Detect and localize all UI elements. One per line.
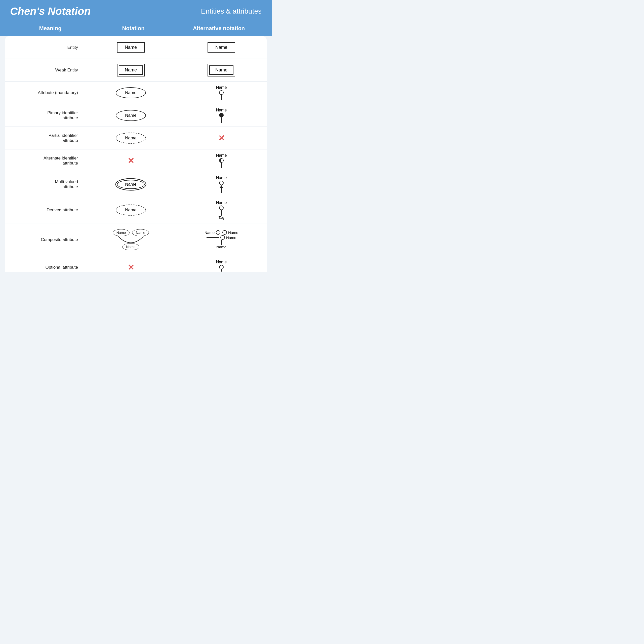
notation-weak-entity: Name bbox=[86, 60, 176, 80]
x-mark-icon: ✕ bbox=[128, 263, 134, 272]
composite-tree: Name Name Name Name bbox=[205, 230, 238, 249]
notation-primary-id: Name bbox=[86, 106, 176, 125]
arrow-up-icon bbox=[220, 185, 223, 193]
alt-partial-id: ✕ bbox=[176, 130, 267, 146]
filled-circle-icon bbox=[219, 113, 224, 117]
alt-composite: Name Name Name Name bbox=[176, 227, 267, 253]
composite-tree-mid-row: Name bbox=[207, 235, 236, 240]
open-circle-icon bbox=[219, 90, 224, 95]
meaning-alt-id: Alternate identifierattribute bbox=[5, 152, 86, 169]
vert-line-icon bbox=[221, 188, 222, 193]
page-subtitle: Entities & attributes bbox=[201, 7, 262, 15]
alt-filled-circle: Name bbox=[216, 108, 227, 123]
table-row: Optional attribute ✕ Name bbox=[5, 256, 267, 272]
weak-entity-inner-box: Name bbox=[119, 65, 143, 75]
primary-id-ellipse: Name bbox=[116, 110, 146, 121]
notation-partial-id: Name bbox=[86, 129, 176, 147]
col-header-alternative: Alternative notation bbox=[176, 25, 262, 32]
alt-dashed-line-circle: Name bbox=[216, 260, 227, 272]
partial-id-ellipse: Name bbox=[116, 133, 146, 144]
meaning-optional: Optional attribute bbox=[5, 261, 86, 272]
table-row: Partial identifierattribute Name ✕ bbox=[5, 127, 267, 149]
alt-derived: Name Tag bbox=[176, 197, 267, 223]
weak-entity-outer-box: Name bbox=[117, 64, 145, 76]
alt-optional: Name bbox=[176, 256, 267, 272]
page-title: Chen's Notation bbox=[10, 5, 91, 17]
x-mark-icon: ✕ bbox=[128, 156, 134, 166]
notation-derived: Name bbox=[86, 201, 176, 219]
col-header-notation: Notation bbox=[91, 25, 176, 32]
meaning-partial-id: Partial identifierattribute bbox=[5, 130, 86, 147]
notation-alt-id: ✕ bbox=[86, 152, 176, 169]
notation-composite: Name Name Name bbox=[86, 226, 176, 254]
alt-entity-box: Name bbox=[208, 42, 235, 53]
alt-alt-id: Name bbox=[176, 150, 267, 172]
composite-ellipse-3: Name bbox=[122, 243, 139, 250]
page-header: Chen's Notation Entities & attributes bbox=[0, 0, 272, 23]
alt-entity: Name bbox=[176, 39, 267, 56]
table-row: Pimary identifierattribute Name Name bbox=[5, 104, 267, 127]
vert-line-icon bbox=[221, 163, 222, 168]
horiz-line-icon bbox=[207, 237, 219, 238]
meaning-attribute-mandatory: Attribute (mandatory) bbox=[5, 87, 86, 99]
meaning-composite: Composite attribute bbox=[5, 234, 86, 246]
notation-attribute-mandatory: Name bbox=[86, 84, 176, 102]
entity-box: Name bbox=[117, 42, 145, 53]
notation-multivalued: Name bbox=[86, 176, 176, 192]
meaning-derived: Derived attribute bbox=[5, 204, 86, 216]
vert-line-icon bbox=[221, 117, 222, 123]
open-circle-icon bbox=[219, 265, 224, 269]
derived-ellipse: Name bbox=[116, 205, 146, 216]
open-circle-icon bbox=[222, 230, 227, 235]
table-row: Entity Name Name bbox=[5, 36, 267, 59]
alt-primary-id: Name bbox=[176, 104, 267, 127]
alt-open-circle: Name bbox=[216, 85, 227, 100]
half-circle-icon bbox=[219, 158, 224, 163]
alt-arrow-circle: Name bbox=[216, 176, 227, 193]
vert-line-icon bbox=[221, 240, 222, 245]
table-row: Derived attribute Name Name Tag bbox=[5, 197, 267, 223]
open-circle-icon bbox=[216, 230, 220, 235]
alt-weak-entity: Name bbox=[176, 60, 267, 80]
open-circle-icon bbox=[219, 181, 224, 185]
open-circle-icon bbox=[220, 235, 225, 240]
table-row: Multi-valuedattribute Name Name bbox=[5, 172, 267, 197]
alt-weak-entity-outer-box: Name bbox=[208, 64, 235, 76]
notation-entity: Name bbox=[86, 39, 176, 56]
open-circle-icon bbox=[219, 206, 224, 210]
attribute-ellipse: Name bbox=[116, 87, 146, 98]
column-headers: Meaning Notation Alternative notation bbox=[0, 23, 272, 36]
vert-line-icon bbox=[221, 95, 222, 100]
vert-line-icon bbox=[221, 210, 222, 216]
col-header-meaning: Meaning bbox=[10, 25, 91, 32]
composite-bottom-ellipse: Name bbox=[122, 243, 139, 250]
table-row: Alternate identifierattribute ✕ Name bbox=[5, 149, 267, 172]
alt-multivalued: Name bbox=[176, 172, 267, 197]
x-mark-icon: ✕ bbox=[218, 133, 225, 143]
meaning-multivalued: Multi-valuedattribute bbox=[5, 176, 86, 193]
arrow-head-icon bbox=[220, 185, 223, 188]
composite-tree-top-row: Name Name bbox=[205, 230, 238, 235]
alt-half-circle: Name bbox=[216, 153, 227, 168]
meaning-entity: Entity bbox=[5, 42, 86, 54]
meaning-weak-entity: Weak Entity bbox=[5, 64, 86, 76]
meaning-primary-id: Pimary identifierattribute bbox=[5, 107, 86, 124]
alt-weak-entity-inner-box: Name bbox=[209, 65, 233, 75]
main-table: Entity Name Name Weak Entity Name bbox=[5, 36, 267, 272]
dashed-vert-line-icon bbox=[221, 269, 222, 272]
double-ellipse: Name bbox=[117, 180, 145, 189]
alt-tag-circle: Name Tag bbox=[216, 200, 227, 220]
table-row: Composite attribute Name Name Name bbox=[5, 223, 267, 256]
table-row: Weak Entity Name Name bbox=[5, 59, 267, 82]
table-row: Attribute (mandatory) Name Name bbox=[5, 82, 267, 104]
notation-optional: ✕ bbox=[86, 259, 176, 272]
alt-attribute-mandatory: Name bbox=[176, 82, 267, 104]
composite-ellipses: Name Name Name bbox=[111, 229, 151, 250]
